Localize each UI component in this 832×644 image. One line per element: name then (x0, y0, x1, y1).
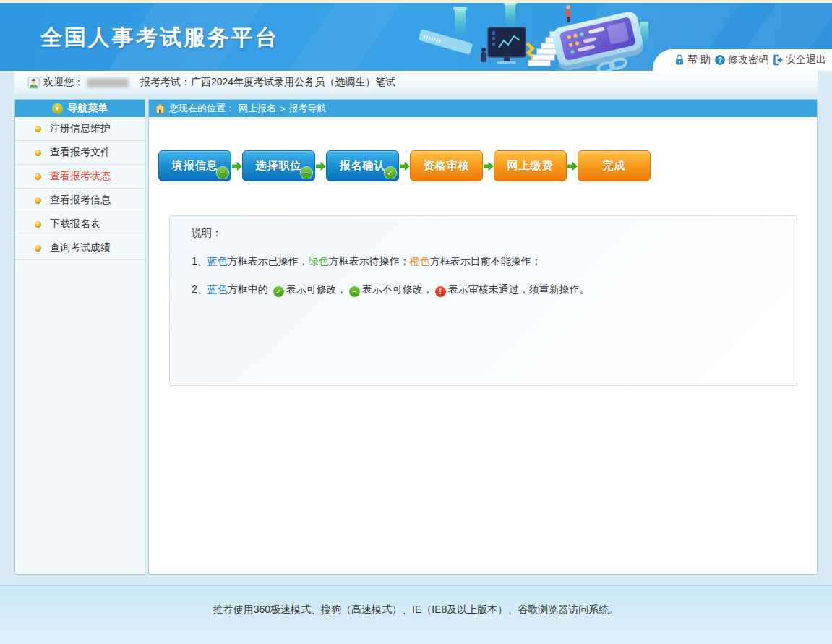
bullet-icon (35, 197, 41, 204)
user-name-redacted (87, 78, 129, 87)
sidebar-header: ▼ 导航菜单 (15, 100, 145, 117)
note-text: 2、 (192, 283, 207, 295)
exam-name: 广西2024年度考试录用公务员（选调生）笔试 (191, 76, 395, 89)
note-colored-word: 蓝色 (207, 283, 228, 295)
note-colored-word: 橙色 (410, 255, 430, 267)
step-label: 报名确认 (340, 159, 386, 173)
bullet-icon (35, 126, 41, 132)
footer-text: 推荐使用360极速模式、搜狗（高速模式）、IE（IE8及以上版本）、谷歌浏览器访… (213, 604, 619, 615)
step-badge-check-icon: ✓ (385, 167, 396, 179)
home-icon (155, 103, 166, 113)
logout-icon (772, 54, 784, 66)
bullet-icon (35, 221, 41, 228)
step-button-2[interactable]: 选择职位− (242, 150, 315, 181)
step-badge-minus-icon: − (301, 167, 312, 179)
welcome-greeting: 欢迎您： (43, 76, 84, 89)
note-text: 1、 (192, 255, 207, 267)
svg-text:?: ? (718, 56, 722, 64)
note-text: 表示不可修改， (362, 283, 433, 295)
step-badge-minus-icon: − (217, 167, 228, 179)
header-illustration: ››››››› (419, 3, 664, 71)
breadcrumb-link-nav[interactable]: 报考导航 (289, 102, 327, 115)
header-streak (275, 3, 411, 71)
logout-link[interactable]: 安全退出 (772, 53, 826, 66)
change-password-link[interactable]: ? 修改密码 (714, 53, 768, 66)
step-button-1[interactable]: 填报信息− (158, 150, 231, 181)
sidebar-item-label: 查询考试成绩 (50, 241, 111, 254)
step-label: 填报信息 (172, 159, 218, 173)
breadcrumb-separator: > (280, 103, 286, 114)
notes-box: 说明： 1、蓝色方框表示已操作，绿色方框表示待操作；橙色方框表示目前不能操作； … (169, 215, 797, 386)
note-colored-word: 绿色 (309, 255, 329, 267)
step-arrow-icon (399, 161, 410, 171)
main-content: 您现在的位置： 网上报名 > 报考导航 填报信息−选择职位−报名确认✓资格审核网… (148, 99, 818, 575)
sidebar-item-1[interactable]: 注册信息维护 (15, 117, 145, 141)
change-password-label: 修改密码 (728, 53, 768, 66)
note-line-1: 1、蓝色方框表示已操作，绿色方框表示待操作；橙色方框表示目前不能操作； (192, 254, 797, 268)
note-check-icon: ✓ (273, 286, 284, 297)
site-title: 全国人事考试服务平台 (40, 23, 279, 53)
breadcrumb: 您现在的位置： 网上报名 > 报考导航 (149, 100, 817, 117)
lock-icon (674, 54, 685, 66)
step-label: 完成 (603, 159, 626, 173)
logout-label: 安全退出 (786, 53, 826, 66)
step-button-3[interactable]: 报名确认✓ (326, 150, 399, 181)
sidebar-header-label: 导航菜单 (68, 102, 108, 115)
help-link[interactable]: 帮 助 (674, 53, 711, 66)
bullet-icon (35, 245, 41, 252)
sidebar-item-label: 查看报考文件 (50, 146, 111, 159)
sidebar-item-label: 查看报考信息 (50, 194, 111, 207)
step-label: 网上缴费 (507, 159, 554, 173)
note-line-2: 2、蓝色方框中的 ✓表示可修改，−表示不可修改，!表示审核未通过，须重新操作。 (192, 282, 797, 297)
note-text: 方框中的 (228, 283, 271, 295)
step-arrow-icon (231, 161, 242, 171)
footer: 推荐使用360极速模式、搜狗（高速模式）、IE（IE8及以上版本）、谷歌浏览器访… (0, 585, 832, 644)
note-text: 方框表示目前不能操作； (430, 255, 541, 267)
step-arrow-icon (567, 161, 578, 171)
step-button-4: 资格审核 (410, 150, 483, 181)
step-label: 资格审核 (424, 159, 470, 173)
note-text: 表示审核未通过，须重新操作。 (448, 283, 590, 295)
exam-label: 报考考试： (140, 76, 191, 89)
breadcrumb-link-online-signup[interactable]: 网上报名 (239, 102, 276, 115)
question-icon: ? (714, 54, 726, 66)
sidebar: ▼ 导航菜单 注册信息维护查看报考文件查看报考状态查看报考信息下载报名表查询考试… (14, 99, 145, 575)
sidebar-item-label: 查看报考状态 (50, 170, 111, 183)
sidebar-item-label: 注册信息维护 (50, 122, 111, 135)
help-label: 帮 助 (687, 53, 711, 66)
note-minus-icon: − (349, 286, 360, 297)
note-text: 方框表示已操作， (228, 255, 309, 267)
step-arrow-icon (315, 161, 326, 171)
step-arrow-icon (483, 161, 494, 171)
quick-links-tab: 帮 助 ? 修改密码 安全退出 (653, 49, 832, 71)
sidebar-item-4[interactable]: 查看报考信息 (15, 189, 145, 212)
sidebar-item-6[interactable]: 查询考试成绩 (15, 236, 145, 260)
user-avatar-icon (27, 77, 40, 89)
sidebar-item-3[interactable]: 查看报考状态 (15, 165, 145, 189)
bullet-icon (35, 150, 41, 156)
note-exclaim-icon: ! (435, 286, 446, 297)
step-label: 选择职位 (256, 159, 302, 173)
note-colored-word: 蓝色 (207, 255, 228, 267)
welcome-bar: 欢迎您： 报考考试： 广西2024年度考试录用公务员（选调生）笔试 (14, 71, 818, 94)
sidebar-item-label: 下载报名表 (50, 218, 100, 231)
bullet-icon (35, 173, 41, 180)
sidebar-item-5[interactable]: 下载报名表 (15, 212, 145, 236)
note-text: 方框表示待操作； (329, 255, 410, 267)
sidebar-item-2[interactable]: 查看报考文件 (15, 141, 145, 165)
note-text: 表示可修改， (286, 283, 347, 295)
notes-title: 说明： (192, 227, 797, 240)
steps-row: 填报信息−选择职位−报名确认✓资格审核网上缴费完成 (158, 150, 651, 181)
sidebar-menu: 注册信息维护查看报考文件查看报考状态查看报考信息下载报名表查询考试成绩 (15, 117, 145, 260)
step-button-6: 完成 (578, 150, 651, 181)
step-button-5: 网上缴费 (494, 150, 567, 181)
chevron-down-icon: ▼ (52, 103, 63, 114)
header: 全国人事考试服务平台 ››››››› (0, 3, 832, 71)
breadcrumb-prefix: 您现在的位置： (169, 102, 235, 115)
